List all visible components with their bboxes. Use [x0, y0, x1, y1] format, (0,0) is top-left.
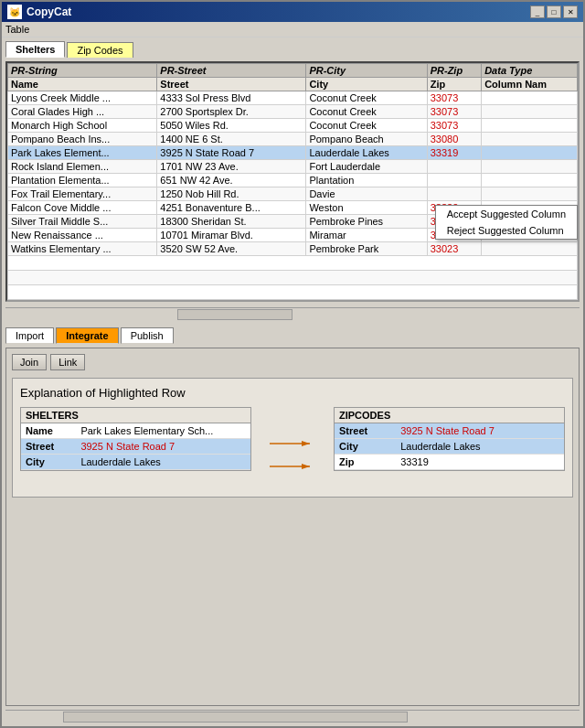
table-row: Coral Glades High ... 2700 Sportsplex Dr…	[8, 105, 578, 119]
join-button[interactable]: Join	[12, 354, 47, 370]
title-bar-left: 🐱 CopyCat	[7, 5, 71, 19]
table-container: PR-String PR-Street PR-City PR-Zip Data …	[5, 61, 580, 302]
cell-street: 4251 Bonaventure B...	[157, 201, 306, 215]
shelters-row-city: City Lauderdale Lakes	[21, 455, 250, 470]
table-hscroll[interactable]	[5, 307, 580, 320]
hscroll-thumb[interactable]	[177, 309, 292, 320]
arrows-area	[270, 407, 315, 489]
shelters-value-city: Lauderdale Lakes	[76, 455, 250, 470]
shelters-section: SHELTERS Name Park Lakes Elementary Sch.…	[20, 407, 251, 471]
table-row: Rock Island Elemen... 1701 NW 23 Ave. Fo…	[8, 160, 578, 174]
cell-name: Lyons Creek Middle ...	[8, 91, 157, 105]
context-menu-reject[interactable]: Reject Suggested Column	[436, 222, 577, 239]
minimize-button[interactable]: _	[530, 5, 545, 18]
col-header-prstreet: PR-Street	[157, 64, 306, 78]
title-bar-buttons: _ □ ✕	[530, 5, 578, 18]
maximize-button[interactable]: □	[547, 5, 561, 18]
table-row: Lyons Creek Middle ... 4333 Sol Press Bl…	[8, 91, 578, 105]
cell-street: 1701 NW 23 Ave.	[157, 160, 306, 174]
cell-name: Park Lakes Element...	[8, 146, 157, 160]
shelters-field-city: City	[21, 455, 76, 470]
cell-zip: 33073	[427, 105, 481, 119]
window-title: CopyCat	[27, 5, 71, 18]
cell-zip	[427, 160, 481, 174]
explanation-title: Explanation of Highlighted Row	[20, 386, 565, 400]
cell-city: Pembroke Pines	[306, 215, 427, 229]
zipcodes-field-city: City	[335, 439, 396, 455]
cell-street: 1400 NE 6 St.	[157, 133, 306, 146]
zipcodes-box: ZIPCODES Street 3925 N State Road 7 City…	[334, 407, 565, 471]
col-header-przip: PR-Zip	[427, 64, 481, 78]
table-row: Fox Trail Elementary... 1250 Nob Hill Rd…	[8, 187, 578, 201]
cell-datatype	[482, 133, 578, 146]
app-icon: 🐱	[7, 5, 22, 19]
tab-shelters[interactable]: Shelters	[5, 41, 65, 58]
zipcodes-section: ZIPCODES Street 3925 N State Road 7 City…	[334, 407, 565, 471]
cell-zip: 33319	[427, 146, 481, 160]
arrows-svg	[270, 434, 315, 489]
tab-integrate[interactable]: Integrate	[56, 327, 118, 344]
shelters-field-name: Name	[21, 423, 76, 439]
table-row: Watkins Elementary ... 3520 SW 52 Ave. P…	[8, 242, 578, 256]
cell-datatype	[482, 105, 578, 119]
cell-city: Davie	[306, 187, 427, 201]
action-buttons: Join Link	[12, 354, 573, 370]
table-row: Pompano Beach Ins... 1400 NE 6 St. Pompa…	[8, 133, 578, 146]
context-menu-accept[interactable]: Accept Suggested Column	[436, 206, 577, 222]
zipcodes-field-zip: Zip	[335, 455, 396, 470]
table-row-empty	[8, 271, 578, 285]
cell-zip: 33073	[427, 119, 481, 133]
title-bar: 🐱 CopyCat _ □ ✕	[2, 2, 583, 22]
tab-publish[interactable]: Publish	[121, 327, 174, 344]
content-area: Shelters Zip Codes PR-String PR-Street P…	[2, 37, 583, 726]
shelters-field-street: Street	[21, 439, 76, 455]
cell-datatype	[482, 242, 578, 256]
cell-name: Pompano Beach Ins...	[8, 133, 157, 146]
cell-street: 1250 Nob Hill Rd.	[157, 187, 306, 201]
cell-city: Pompano Beach	[306, 133, 427, 146]
context-menu: Accept Suggested Column Reject Suggested…	[435, 205, 578, 240]
cell-city: Fort Lauderdale	[306, 160, 427, 174]
shelters-row-name: Name Park Lakes Elementary Sch...	[21, 423, 250, 439]
cell-name: Rock Island Elemen...	[8, 160, 157, 174]
menu-item-table[interactable]: Table	[5, 24, 29, 35]
close-button[interactable]: ✕	[563, 5, 578, 18]
table-row: Monarch High School 5050 Wiles Rd. Cocon…	[8, 119, 578, 133]
zipcodes-value-street: 3925 N State Road 7	[396, 423, 564, 439]
cell-city: Pembroke Park	[306, 242, 427, 256]
explanation-box: Explanation of Highlighted Row SHELTERS …	[12, 378, 573, 498]
cell-name: Watkins Elementary ...	[8, 242, 157, 256]
shelters-box-header: SHELTERS	[21, 408, 250, 423]
zipcodes-table: Street 3925 N State Road 7 City Lauderda…	[335, 423, 564, 470]
cell-city: Weston	[306, 201, 427, 215]
shelters-box: SHELTERS Name Park Lakes Elementary Sch.…	[20, 407, 251, 471]
cell-city: Coconut Creek	[306, 91, 427, 105]
table-row-empty	[8, 256, 578, 271]
col-header-colname: Column Nam	[482, 78, 578, 91]
zipcodes-box-header: ZIPCODES	[335, 408, 564, 423]
col-header-name: Name	[8, 78, 157, 91]
table-row-empty	[8, 285, 578, 300]
data-table: PR-String PR-Street PR-City PR-Zip Data …	[7, 63, 578, 300]
link-button[interactable]: Link	[50, 354, 85, 370]
cell-name: New Renaissance ...	[8, 229, 157, 242]
bottom-hscroll-thumb[interactable]	[63, 712, 408, 723]
cell-datatype	[482, 119, 578, 133]
zipcodes-row-city: City Lauderdale Lakes	[335, 439, 564, 455]
cell-city: Plantation	[306, 174, 427, 187]
tab-zipcodes[interactable]: Zip Codes	[67, 42, 133, 58]
cell-city: Coconut Creek	[306, 119, 427, 133]
cell-datatype	[482, 91, 578, 105]
cell-datatype	[482, 160, 578, 174]
col-header-city: City	[306, 78, 427, 91]
cell-datatype	[482, 187, 578, 201]
col-header-datatype: Data Type	[482, 64, 578, 78]
bottom-hscroll[interactable]	[5, 710, 580, 723]
cell-street: 4333 Sol Press Blvd	[157, 91, 306, 105]
tab-import[interactable]: Import	[5, 327, 54, 344]
cell-zip: 33080	[427, 133, 481, 146]
cell-name: Coral Glades High ...	[8, 105, 157, 119]
table-scroll[interactable]: PR-String PR-Street PR-City PR-Zip Data …	[7, 63, 578, 300]
cell-name: Monarch High School	[8, 119, 157, 133]
table-row: Plantation Elementa... 651 NW 42 Ave. Pl…	[8, 174, 578, 187]
